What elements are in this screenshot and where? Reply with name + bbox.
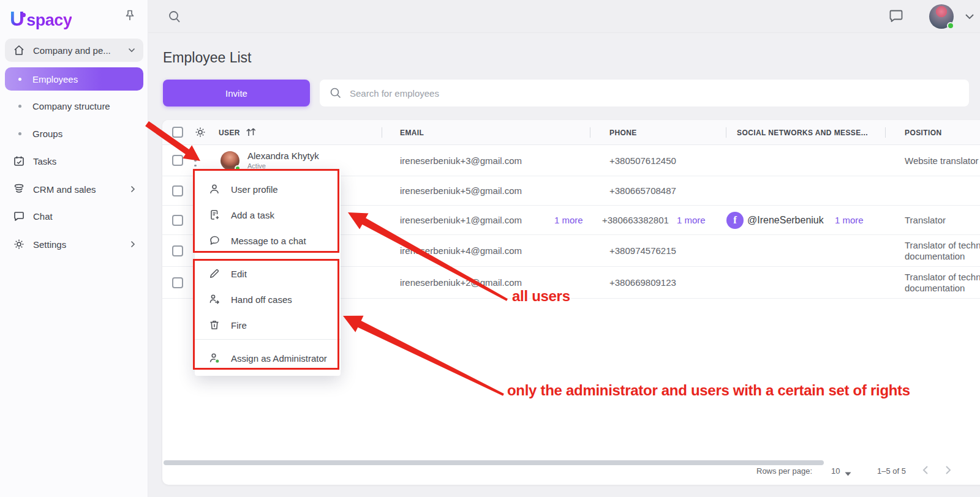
menu-item-edit[interactable]: Edit <box>195 261 341 286</box>
menu-item-add-task[interactable]: Add a task <box>195 202 341 228</box>
global-search-icon[interactable] <box>167 9 182 24</box>
online-status-dot <box>947 22 954 29</box>
sidebar-item-settings[interactable]: Settings <box>5 233 143 256</box>
position-cell: Website translator <box>905 145 980 176</box>
column-header-user[interactable]: USER <box>219 129 240 137</box>
assign-admin-icon <box>208 352 221 364</box>
position-cell: Translator of technical documentation <box>905 267 980 298</box>
chevron-right-icon <box>130 241 135 248</box>
search-input[interactable] <box>350 88 969 99</box>
sidebar-item-label: Chat <box>33 211 53 222</box>
column-divider <box>885 127 886 138</box>
sidebar-item-tasks[interactable]: Tasks <box>5 149 143 173</box>
row-context-menu: User profile Add a task Message to a cha… <box>195 170 341 376</box>
sidebar-item-label: Settings <box>33 239 66 250</box>
sidebar-item-label: CRM and sales <box>33 184 96 195</box>
home-icon <box>13 44 25 56</box>
email-more-link[interactable]: 1 more <box>554 206 583 234</box>
phone-cell: +380665708487 <box>609 176 676 205</box>
chat-icon[interactable] <box>888 8 904 24</box>
sidebar-item-label: Employees <box>32 74 78 84</box>
annotation-label-admin-only: only the administrator and users with a … <box>507 382 910 399</box>
invite-button[interactable]: Invite <box>163 80 310 106</box>
phone-cell: +380669809123 <box>609 267 676 298</box>
sidebar: Uspacy Company and pe... Employees Compa… <box>0 0 148 497</box>
pagination-next-icon[interactable] <box>945 465 952 477</box>
rows-per-page-label: Rows per page: <box>756 466 812 476</box>
logo-text: spacy <box>26 11 72 29</box>
menu-item-fire[interactable]: Fire <box>195 312 341 338</box>
row-checkbox[interactable] <box>172 185 183 196</box>
column-header-phone[interactable]: PHONE <box>609 129 637 137</box>
facebook-icon[interactable]: f <box>726 212 744 229</box>
chevron-down-icon <box>128 48 135 53</box>
chevron-down-icon[interactable] <box>965 13 974 20</box>
rows-per-page-select[interactable]: 10 <box>831 466 840 476</box>
crm-stack-icon <box>13 183 25 195</box>
add-task-icon <box>208 209 221 221</box>
position-cell: Translator of technical documentation <box>905 235 980 266</box>
rows-per-page-caret-icon[interactable] <box>845 469 851 478</box>
gear-icon <box>13 238 25 250</box>
pencil-icon <box>208 267 221 280</box>
table-settings-gear-icon[interactable] <box>194 126 206 141</box>
phone-cell: +380663382801 <box>602 206 669 234</box>
menu-item-hand-off-cases[interactable]: Hand off cases <box>195 286 341 312</box>
phone-cell: +380974576215 <box>609 235 676 266</box>
row-checkbox[interactable] <box>172 277 183 288</box>
social-handle[interactable]: @IreneSerbeniuk <box>747 206 824 234</box>
avatar[interactable] <box>929 4 954 29</box>
sidebar-item-label: Tasks <box>33 156 56 166</box>
bullet-icon <box>18 105 21 108</box>
email-cell: ireneserbeniuk+3@gmail.com <box>400 145 522 176</box>
sidebar-item-employees[interactable]: Employees <box>5 67 143 91</box>
column-header-email[interactable]: EMAIL <box>400 129 424 137</box>
uspacy-logo[interactable]: Uspacy <box>10 7 72 31</box>
tasks-calendar-icon <box>13 155 25 167</box>
bullet-icon <box>18 78 21 81</box>
pagination-range: 1–5 of 5 <box>877 466 906 476</box>
sidebar-item-company-structure[interactable]: Company structure <box>5 94 143 118</box>
pagination-prev-icon[interactable] <box>922 465 929 477</box>
position-cell: Translator <box>905 206 980 234</box>
sidebar-item-label: Groups <box>32 129 62 139</box>
social-more-link[interactable]: 1 more <box>835 206 864 234</box>
row-checkbox[interactable] <box>172 215 183 226</box>
phone-cell: +380507612450 <box>609 145 676 176</box>
column-divider <box>382 127 382 138</box>
email-cell: ireneserbeniuk+5@gmail.com <box>400 176 522 205</box>
menu-item-message-chat[interactable]: Message to a chat <box>195 228 341 253</box>
chat-bubble-icon <box>208 234 221 247</box>
phone-more-link[interactable]: 1 more <box>677 206 706 234</box>
annotation-label-all-users: all users <box>512 288 570 305</box>
email-cell: ireneserbeniuk+2@gmail.com <box>400 267 522 298</box>
logo-u: U <box>10 7 24 30</box>
hand-off-icon <box>208 293 221 305</box>
horizontal-scrollbar[interactable] <box>164 460 824 465</box>
row-checkbox[interactable] <box>172 155 183 166</box>
select-all-checkbox[interactable] <box>172 127 183 138</box>
column-divider <box>590 127 590 138</box>
menu-item-user-profile[interactable]: User profile <box>195 176 341 202</box>
bullet-icon <box>18 132 21 135</box>
sidebar-item-groups[interactable]: Groups <box>5 122 143 145</box>
sort-icon[interactable] <box>245 127 257 140</box>
row-checkbox[interactable] <box>172 245 183 256</box>
sidebar-item-company-and-people[interactable]: Company and pe... <box>5 39 143 62</box>
page-title: Employee List <box>163 50 251 66</box>
employee-name[interactable]: Alexandra Khytyk <box>247 151 319 161</box>
chat-bubble-icon <box>13 210 25 222</box>
chevron-right-icon <box>130 185 135 193</box>
menu-item-assign-admin[interactable]: Assign as Administrator <box>195 345 341 371</box>
search-icon <box>329 86 342 100</box>
column-divider <box>726 127 726 138</box>
employee-avatar[interactable] <box>221 151 239 170</box>
pin-sidebar-icon[interactable] <box>124 9 136 23</box>
column-header-social[interactable]: SOCIAL NETWORKS AND MESSE... <box>737 129 868 137</box>
logo-dot <box>21 13 26 17</box>
sidebar-item-crm[interactable]: CRM and sales <box>5 177 143 201</box>
sidebar-item-chat[interactable]: Chat <box>5 204 143 228</box>
column-header-position[interactable]: POSITION <box>905 129 942 137</box>
sidebar-item-label: Company and pe... <box>33 45 111 56</box>
user-icon <box>208 183 221 195</box>
